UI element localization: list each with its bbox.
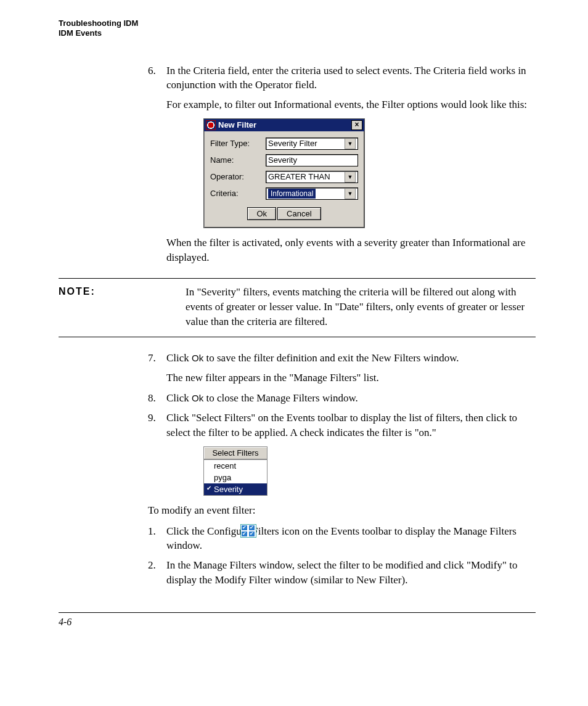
- criteria-value: Informational: [268, 189, 316, 199]
- label-operator: Operator:: [210, 172, 262, 181]
- select-filters-button[interactable]: Select Filters: [203, 446, 267, 459]
- dialog-title: New Filter: [218, 120, 256, 129]
- step-6-text: In the Criteria field, enter the criteri…: [166, 65, 526, 91]
- step-8-post: to close the Manage Filters window.: [203, 392, 358, 404]
- name-value: Severity: [268, 155, 297, 165]
- header-line1: Troubleshooting IDM: [59, 18, 536, 28]
- cancel-button[interactable]: Cancel: [277, 207, 321, 220]
- step-9: 9. Click "Select Filters" on the Events …: [166, 411, 536, 440]
- close-icon[interactable]: ×: [351, 120, 362, 130]
- step-6-number: 6.: [148, 64, 163, 78]
- ok-literal-2: Ok: [192, 393, 203, 403]
- filter-item-recent[interactable]: recent: [204, 460, 267, 472]
- note-text: In "Severity" filters, events matching t…: [186, 285, 536, 329]
- filter-item-severity[interactable]: Severity: [204, 483, 267, 495]
- label-name: Name:: [210, 155, 262, 165]
- operator-select[interactable]: GREATER THAN ▼: [266, 171, 358, 183]
- filter-item-pyga[interactable]: pyga: [204, 472, 267, 483]
- modify-step-1: 1. Click the Configure Filters icon on t…: [166, 524, 536, 554]
- ok-button[interactable]: Ok: [247, 207, 276, 220]
- step-9-number: 9.: [148, 411, 163, 425]
- configure-filters-icon: [240, 524, 256, 538]
- step-8-text: Click Ok to close the Manage Filters win…: [166, 392, 358, 404]
- step-7-text: Click Ok to save the filter definition a…: [166, 352, 459, 364]
- note-label: NOTE:: [59, 285, 186, 297]
- step-7-number: 7.: [148, 351, 163, 366]
- ok-literal: Ok: [192, 353, 203, 363]
- filter-type-select[interactable]: Severity Filter ▼: [266, 138, 358, 150]
- new-filter-dialog: New Filter × Filter Type: Severity Filte…: [203, 118, 365, 228]
- modify-step-2-text: In the Manage Filters window, select the…: [166, 559, 517, 586]
- step-6-example-intro: For example, to filter out Informational…: [166, 97, 536, 112]
- modify-step-1-number: 1.: [148, 524, 163, 539]
- dialog-app-icon: [206, 120, 216, 130]
- select-filters-menu: Select Filters recent pyga Severity: [203, 446, 267, 496]
- label-filter-type: Filter Type:: [210, 139, 262, 148]
- step-6: 6. In the Criteria field, enter the crit…: [166, 64, 536, 93]
- step-8-pre: Click: [166, 392, 192, 404]
- criteria-select[interactable]: Informational ▼: [266, 187, 358, 200]
- page-footer: 4-6: [59, 612, 536, 628]
- chevron-down-icon: ▼: [345, 171, 356, 183]
- operator-value: GREATER THAN: [268, 172, 330, 181]
- chevron-down-icon: ▼: [345, 188, 356, 199]
- select-filters-list: recent pyga Severity: [203, 459, 267, 496]
- note-block: NOTE: In "Severity" filters, events matc…: [59, 278, 536, 337]
- modify-step-2-number: 2.: [148, 558, 163, 573]
- modify-step-1-text: Click the Configure Filters icon on the …: [166, 525, 517, 552]
- filter-type-value: Severity Filter: [268, 139, 317, 148]
- step-7: 7. Click Ok to save the filter definitio…: [166, 351, 536, 366]
- chevron-down-icon: ▼: [345, 138, 356, 149]
- step-6-after-dialog: When the filter is activated, only event…: [166, 236, 536, 265]
- page-number: 4-6: [59, 617, 71, 627]
- name-input[interactable]: Severity: [266, 154, 358, 166]
- step-7-post: to save the filter definition and exit t…: [203, 352, 459, 364]
- modify-step-2: 2. In the Manage Filters window, select …: [166, 558, 536, 588]
- modify-intro: To modify an event filter:: [148, 503, 536, 518]
- step-7-pre: Click: [166, 352, 192, 364]
- step-8-number: 8.: [148, 391, 163, 406]
- header-line2: IDM Events: [59, 28, 536, 38]
- label-criteria: Criteria:: [210, 189, 262, 198]
- dialog-titlebar: New Filter ×: [204, 119, 364, 131]
- step-9-text: Click "Select Filters" on the Events too…: [166, 412, 517, 438]
- step-7-extra: The new filter appears in the "Manage Fi…: [166, 371, 536, 385]
- running-header: Troubleshooting IDM IDM Events: [59, 18, 536, 39]
- step-8: 8. Click Ok to close the Manage Filters …: [166, 391, 536, 406]
